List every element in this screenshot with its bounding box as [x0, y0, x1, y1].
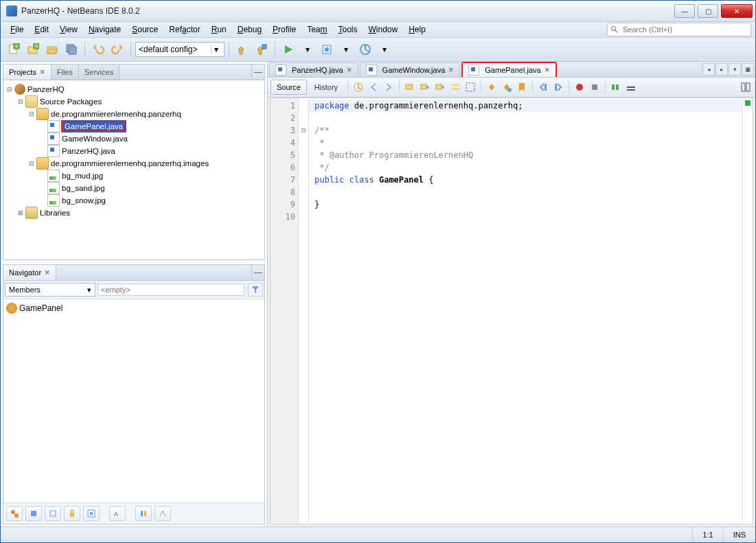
nav-sort-alpha-button[interactable]: A: [109, 506, 126, 521]
navigator-filter-button[interactable]: [248, 283, 263, 297]
last-edit-button[interactable]: [352, 80, 365, 94]
close-icon[interactable]: ✕: [448, 67, 454, 73]
close-icon[interactable]: ✕: [45, 269, 50, 276]
menu-debug[interactable]: Debug: [232, 23, 267, 36]
tree-project[interactable]: PanzerHQ: [27, 85, 65, 93]
minimize-pane-button[interactable]: —: [251, 265, 264, 280]
profile-button[interactable]: [356, 41, 374, 58]
back-button[interactable]: [367, 80, 380, 94]
config-select[interactable]: <default config> ▾: [135, 42, 225, 57]
fold-gutter[interactable]: ⊟: [299, 98, 309, 524]
tab-files[interactable]: Files: [51, 65, 79, 80]
navigator-class[interactable]: GamePanel: [19, 303, 62, 313]
editor-tab-gamepanel[interactable]: GamePanel.java✕: [461, 62, 556, 77]
prev-bookmark-button[interactable]: [485, 80, 499, 94]
editor-tab-gamewindow[interactable]: GameWindow.java✕: [360, 62, 461, 77]
undo-button[interactable]: [89, 41, 107, 58]
maximize-editor-button[interactable]: ▣: [742, 63, 754, 76]
navigator-filter-input[interactable]: [98, 284, 244, 296]
new-file-button[interactable]: +: [5, 41, 23, 58]
close-icon[interactable]: ✕: [545, 67, 550, 73]
run-dropdown[interactable]: ▾: [299, 41, 317, 58]
menu-view[interactable]: View: [54, 23, 83, 36]
toggle-highlight-button[interactable]: [448, 80, 462, 94]
close-button[interactable]: ✕: [721, 4, 753, 18]
menu-team[interactable]: Team: [301, 23, 332, 36]
debug-button[interactable]: [318, 41, 336, 58]
tab-navigator[interactable]: Navigator✕: [3, 265, 56, 280]
shift-right-button[interactable]: [551, 80, 565, 94]
tab-projects[interactable]: Projects✕: [3, 65, 51, 80]
nav-show-inner-button[interactable]: [83, 506, 100, 521]
menu-edit[interactable]: Edit: [29, 23, 54, 36]
tree-source-packages[interactable]: Source Packages: [40, 97, 102, 106]
tree-libraries[interactable]: Libraries: [40, 209, 70, 217]
code-area[interactable]: package de.programmierenlernenhq.panzerh…: [309, 98, 742, 524]
nav-show-static-button[interactable]: [45, 506, 61, 521]
menu-source[interactable]: Source: [126, 23, 163, 36]
editor-tab-panzerhq[interactable]: PanzerHQ.java✕: [269, 62, 358, 77]
open-project-button[interactable]: [43, 41, 61, 58]
tree-file-panzerhq[interactable]: PanzerHQ.java: [62, 147, 115, 155]
tree-file-bgsnow[interactable]: bg_snow.jpg: [62, 196, 106, 205]
tree-file-bgsand[interactable]: bg_sand.jpg: [62, 184, 105, 192]
run-button[interactable]: [279, 41, 297, 58]
source-view-button[interactable]: Source: [271, 80, 307, 95]
start-macro-button[interactable]: [573, 80, 586, 94]
uncomment-button[interactable]: [624, 80, 638, 94]
tree-package-1[interactable]: de.programmierenlernenhq.panzerhq: [51, 110, 181, 118]
split-view-button[interactable]: [739, 80, 753, 94]
close-icon[interactable]: ✕: [40, 69, 45, 76]
nav-show-nonpublic-button[interactable]: [64, 506, 80, 521]
comment-button[interactable]: [609, 80, 623, 94]
nav-show-fqn-button[interactable]: [135, 506, 152, 521]
debug-dropdown[interactable]: ▾: [337, 41, 355, 58]
redo-button[interactable]: [108, 41, 126, 58]
nav-show-doc-button[interactable]: [154, 506, 171, 521]
nav-show-fields-button[interactable]: [25, 506, 42, 521]
toggle-rectangular-button[interactable]: [463, 80, 477, 94]
menu-tools[interactable]: Tools: [332, 23, 363, 36]
error-stripe[interactable]: [742, 98, 753, 524]
tree-package-2[interactable]: de.programmierenlernenhq.panzerhq.images: [51, 159, 209, 167]
nav-show-inherited-button[interactable]: [6, 506, 23, 521]
build-button[interactable]: [233, 41, 251, 58]
tab-services[interactable]: Services: [79, 65, 119, 80]
menu-navigate[interactable]: Navigate: [83, 23, 126, 36]
project-tree[interactable]: ⊟PanzerHQ ⊟Source Packages ⊟de.programmi…: [3, 80, 264, 259]
shift-left-button[interactable]: [536, 80, 550, 94]
menu-profile[interactable]: Profile: [267, 23, 301, 36]
find-next-button[interactable]: [433, 80, 447, 94]
menu-window[interactable]: Window: [363, 23, 404, 36]
search-box[interactable]: [607, 23, 751, 36]
new-project-button[interactable]: +: [24, 41, 42, 58]
forward-button[interactable]: [382, 80, 396, 94]
history-view-button[interactable]: History: [308, 80, 344, 95]
search-input[interactable]: [621, 25, 748, 34]
profile-dropdown[interactable]: ▾: [376, 41, 393, 58]
minimize-button[interactable]: —: [674, 4, 695, 18]
menu-refactor[interactable]: Refactor: [163, 23, 205, 36]
tree-file-gamewindow[interactable]: GameWindow.java: [62, 135, 128, 143]
stop-macro-button[interactable]: [588, 80, 602, 94]
menu-help[interactable]: Help: [403, 23, 431, 36]
menu-file[interactable]: File: [5, 23, 29, 36]
navigator-view-select[interactable]: Members▾: [5, 283, 95, 297]
tree-file-bgmud[interactable]: bg_mud.jpg: [62, 172, 103, 180]
toggle-bookmark-button[interactable]: [515, 80, 529, 94]
scroll-tabs-right-button[interactable]: ▸: [715, 63, 728, 76]
menu-run[interactable]: Run: [206, 23, 232, 36]
find-prev-button[interactable]: [418, 80, 432, 94]
tree-file-gamepanel[interactable]: GamePanel.java: [62, 121, 126, 132]
close-icon[interactable]: ✕: [347, 67, 352, 73]
find-selection-button[interactable]: [403, 80, 417, 94]
show-opened-docs-button[interactable]: ▾: [729, 63, 741, 76]
minimize-pane-button[interactable]: —: [251, 65, 264, 80]
next-bookmark-button[interactable]: [500, 80, 514, 94]
maximize-button[interactable]: ▢: [698, 4, 718, 18]
save-all-button[interactable]: [62, 41, 80, 58]
scroll-tabs-left-button[interactable]: ◂: [702, 63, 715, 76]
code-editor[interactable]: 12345678910 ⊟ package de.programmierenle…: [270, 97, 753, 524]
clean-build-button[interactable]: [253, 41, 271, 58]
insert-mode[interactable]: INS: [723, 527, 755, 542]
